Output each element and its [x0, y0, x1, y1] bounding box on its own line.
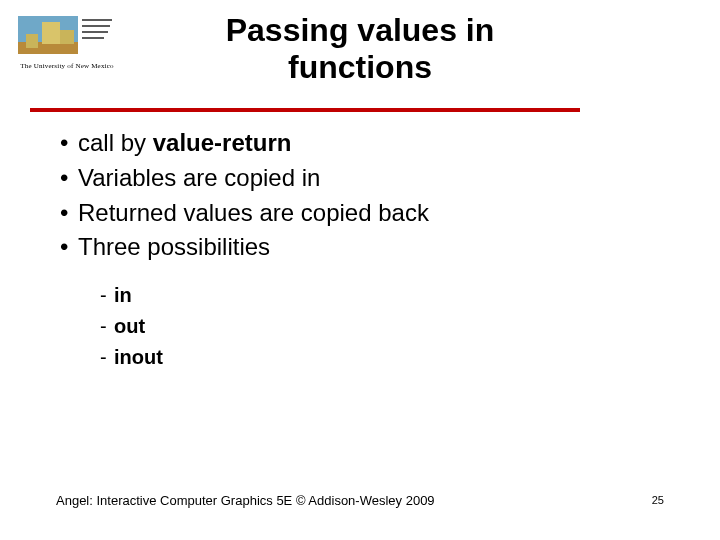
bullet-text: Variables are copied in [78, 161, 320, 196]
svg-rect-2 [42, 22, 60, 44]
sub-bullet-text: out [114, 311, 145, 342]
dash-icon: - [100, 342, 114, 373]
bullet-icon [60, 196, 78, 231]
dash-icon: - [100, 311, 114, 342]
title-underline [30, 108, 580, 112]
bullet-item: Variables are copied in [60, 161, 660, 196]
sub-bullet-text: inout [114, 342, 163, 373]
bullet-item: Returned values are copied back [60, 196, 660, 231]
bullet-item: call by value-return [60, 126, 660, 161]
svg-rect-3 [60, 30, 74, 44]
sub-bullet-item: - in [100, 280, 163, 311]
bullet-icon [60, 230, 78, 265]
slide: The University of New Mexico Passing val… [0, 0, 720, 540]
bullet-list: call by value-return Variables are copie… [60, 126, 660, 265]
svg-rect-4 [26, 34, 38, 48]
logo-caption: The University of New Mexico [12, 62, 122, 70]
university-logo: The University of New Mexico [12, 10, 122, 70]
sub-bullet-item: - out [100, 311, 163, 342]
footer-text: Angel: Interactive Computer Graphics 5E … [56, 493, 435, 508]
bullet-icon [60, 126, 78, 161]
dash-icon: - [100, 280, 114, 311]
bullet-text: Returned values are copied back [78, 196, 429, 231]
slide-title: Passing values in functions [150, 12, 570, 86]
sub-bullet-text: in [114, 280, 132, 311]
sub-bullet-list: - in - out - inout [100, 280, 163, 373]
bullet-icon [60, 161, 78, 196]
bullet-text-prefix: call by [78, 129, 153, 156]
bullet-text: call by value-return [78, 126, 291, 161]
page-number: 25 [652, 494, 664, 506]
unm-logo-icon [12, 10, 122, 60]
bullet-text-strong: value-return [153, 129, 292, 156]
sub-bullet-item: - inout [100, 342, 163, 373]
bullet-text: Three possibilities [78, 230, 270, 265]
bullet-item: Three possibilities [60, 230, 660, 265]
